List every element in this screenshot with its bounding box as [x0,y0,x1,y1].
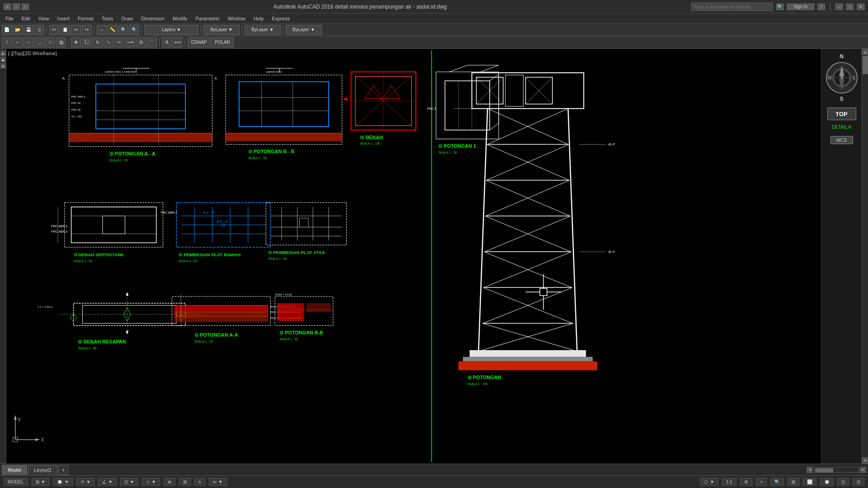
menu-dimension[interactable]: Dimension [137,15,168,22]
menu-parametric[interactable]: Parametric [192,15,223,22]
tab-model[interactable]: Model [2,465,27,475]
rotate-btn[interactable]: ↻ [93,38,103,47]
window-close-btn[interactable]: ✕ [857,4,864,10]
restore-btn[interactable]: □ [22,4,29,10]
help-btn[interactable]: ? [818,4,825,10]
scroll-right-btn[interactable]: ► [860,467,866,473]
layer-btn[interactable]: Layers ▼ [144,25,198,35]
compass-widget[interactable]: E W [824,60,860,96]
tab-bar: Model Layout1 + ◄ ► [0,464,868,475]
undo-btn[interactable]: ↩ [71,25,81,35]
menu-file[interactable]: File [2,15,17,22]
cut-btn[interactable]: ✂ [49,25,59,35]
print-btn[interactable]: ⎙ [34,25,44,35]
hatch-btn[interactable]: ▨ [56,38,66,47]
left-tool-3[interactable]: ⊕ [0,63,6,69]
ortho-label: ▼ [86,479,90,484]
window-minimize-btn[interactable]: ─ [835,4,843,10]
left-tool-2[interactable]: ◉ [0,57,6,62]
scroll-left-btn[interactable]: ◄ [807,467,813,473]
lw-display[interactable]: ≡ [194,478,205,486]
open-btn[interactable]: 📂 [13,25,23,35]
snap-display[interactable]: 🔲 ▼ [53,478,73,486]
menu-edit[interactable]: Edit [18,15,34,22]
dyn-display[interactable]: ⊞ [179,478,191,486]
menu-window[interactable]: Window [224,15,249,22]
nav5-icon: ⊟ [857,479,860,484]
rect-btn[interactable]: □ [45,38,55,47]
nav-btn1[interactable]: ⊞ [788,478,799,486]
scroll-up-btn[interactable]: ▲ [862,49,868,55]
model-indicator[interactable]: MODEL [4,478,28,486]
tp-display[interactable]: ⊳ ▼ [209,478,227,486]
arc-btn[interactable]: ◡ [34,38,44,47]
scroll-track[interactable] [862,55,868,457]
ducs-display[interactable]: ⊕ [164,478,175,486]
cad-viewport[interactable]: [-][Top][2D Wireframe] [6,49,821,464]
new-btn[interactable]: 📄 [2,25,12,35]
menu-draw[interactable]: Draw [118,15,137,22]
top-view-indicator[interactable]: TOP [827,108,856,120]
ortho-display[interactable]: ↺ ▼ [76,478,94,486]
osnap-display[interactable]: ⊡ ▼ [120,478,138,486]
search-input[interactable] [691,3,773,11]
window-restore-btn[interactable]: □ [846,4,854,10]
lineweight-btn[interactable]: ByLayer ▼ [286,25,322,35]
osnap-toggle[interactable]: OSNAP [188,38,210,47]
fillet-btn[interactable]: ⌒ [147,38,157,47]
trim-btn[interactable]: ✂ [114,38,124,47]
save-btn[interactable]: 💾 [24,25,33,35]
settings-btn[interactable]: ⚙ [740,478,752,486]
grid-display[interactable]: ⊞ ▼ [32,478,50,486]
nav-btn5[interactable]: ⊟ [853,478,864,486]
scale-btn[interactable]: ⤡ [104,38,113,47]
menu-modify[interactable]: Modify [169,15,191,22]
polyline-btn[interactable]: ⌐ [13,38,23,47]
copy2-btn[interactable]: ⿺ [82,38,92,47]
nav2-icon: ⬜ [807,479,812,484]
dim-btn[interactable]: ⟺ [173,38,183,47]
svg-text:⊙ DENAH: ⊙ DENAH [360,135,383,140]
add-tab-btn[interactable]: + [58,465,68,475]
move-btn[interactable]: ✥ [71,38,81,47]
menu-format[interactable]: Format [74,15,97,22]
nav-btn2[interactable]: ⬜ [803,478,816,486]
linetype-btn[interactable]: ByLayer ▼ [245,25,281,35]
zoom-btn[interactable]: 🔍 [118,25,128,35]
nav-btn3[interactable]: 🔲 [820,478,834,486]
redo-btn[interactable]: ↪ [82,25,92,35]
search-btn2[interactable]: 🔍 [770,478,784,486]
polar-display[interactable]: ∠ ▼ [98,478,117,486]
menu-tools[interactable]: Tools [98,15,117,22]
line-btn[interactable]: / [2,38,12,47]
nav-btn4[interactable]: ⊡ [837,478,849,486]
scroll-thumb[interactable] [863,56,868,74]
measure-btn[interactable]: 📏 [108,25,118,35]
color-btn[interactable]: ByLayer ▼ [203,25,240,35]
mirror-btn[interactable]: ↔ [97,25,107,35]
menu-view[interactable]: View [35,15,53,22]
signin-btn[interactable]: Sign In [787,4,814,10]
left-tool-1[interactable]: ◈ [0,51,6,56]
copy-btn[interactable]: 📋 [60,25,70,35]
menu-express[interactable]: Express [268,15,293,22]
polar-toggle[interactable]: POLAR [211,38,234,47]
circle-btn[interactable]: ○ [24,38,33,47]
scroll-down-btn[interactable]: ▼ [862,457,868,464]
otrack-display[interactable]: ⊹ ▼ [142,478,160,486]
extend-btn[interactable]: ⟶ [125,38,135,47]
isolate-btn[interactable]: ⬡ ▼ [700,478,718,486]
app-icon[interactable]: A [4,4,11,10]
offset-btn[interactable]: ⊟ [136,38,146,47]
scale-indicator[interactable]: 1:1 [722,478,736,486]
plus-btn[interactable]: + [756,478,767,486]
otrack-label: ▼ [151,479,156,484]
zoom2-btn[interactable]: 🔍 [129,25,139,35]
tab-layout1[interactable]: Layout1 [28,465,57,475]
text-btn[interactable]: A [162,38,172,47]
menu-insert[interactable]: Insert [53,15,73,22]
search-btn[interactable]: 🔍 [776,4,783,10]
minimize-btn[interactable]: ─ [13,4,20,10]
svg-rect-119 [277,303,304,321]
menu-help[interactable]: Help [250,15,268,22]
